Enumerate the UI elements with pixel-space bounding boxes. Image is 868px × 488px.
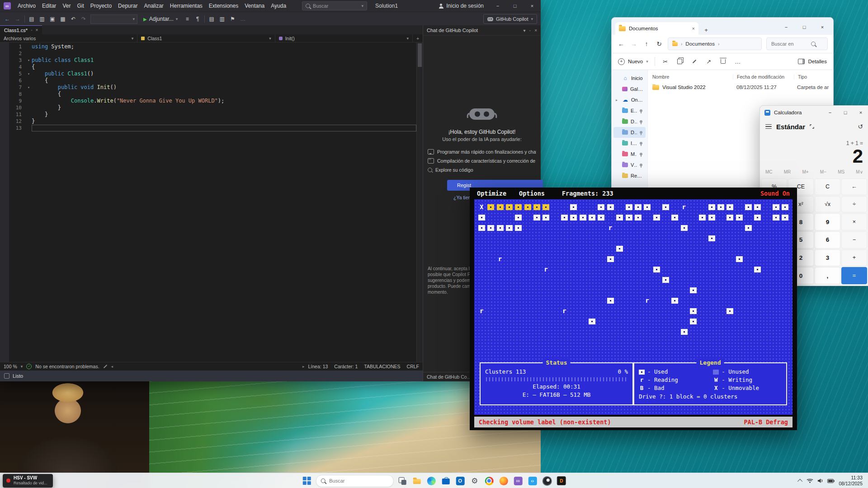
- save-all-icon[interactable]: ▦: [59, 15, 66, 23]
- add-icon[interactable]: +: [413, 36, 423, 41]
- store-icon[interactable]: [440, 475, 451, 487]
- hscroll-right-icon[interactable]: ▸: [302, 364, 305, 369]
- menu-git[interactable]: Git: [74, 0, 87, 12]
- sidebar-item-musica[interactable]: Música: [613, 149, 646, 160]
- obs-icon[interactable]: [541, 475, 552, 487]
- code-text[interactable]: using System;: [32, 43, 416, 50]
- explorer-tab[interactable]: Documentos ×: [615, 22, 698, 35]
- hot-reload-icon[interactable]: ≡: [184, 15, 191, 23]
- calculator-mode[interactable]: Estándar: [776, 123, 805, 131]
- maximize-button[interactable]: □: [795, 24, 813, 30]
- sidebar-item-descargas[interactable]: Descargas: [613, 116, 646, 127]
- editor-scrollbar[interactable]: [416, 42, 423, 362]
- step-into-icon[interactable]: ¶: [194, 15, 201, 23]
- calc-key-c[interactable]: C: [815, 178, 840, 195]
- comment-icon[interactable]: ▥: [218, 15, 226, 23]
- undo-icon[interactable]: ↶: [70, 15, 77, 23]
- menu-ventana[interactable]: Ventana: [241, 0, 268, 12]
- calc-key-item[interactable]: ←: [841, 178, 867, 195]
- memory-mr[interactable]: MR: [784, 169, 791, 174]
- menu-extensiones[interactable]: Extensiones: [206, 0, 241, 12]
- close-button[interactable]: ×: [813, 24, 831, 30]
- up-icon[interactable]: ↑: [642, 40, 651, 47]
- save-icon[interactable]: ▣: [49, 15, 56, 23]
- vs-search-box[interactable]: Buscar ▾: [302, 1, 367, 10]
- menu-archivo[interactable]: Archivo: [14, 0, 39, 12]
- attach-button[interactable]: ▶ Adjuntar... ▾: [141, 16, 180, 22]
- zoom-level[interactable]: 100 %: [4, 364, 17, 369]
- volume-icon[interactable]: [817, 478, 823, 483]
- sound-toggle[interactable]: Sound On: [760, 190, 790, 197]
- wifi-icon[interactable]: [807, 478, 813, 483]
- sidebar-item-onedrive[interactable]: ▸☁OneDrive: [613, 94, 646, 105]
- chevron-right-icon[interactable]: ▸: [616, 98, 619, 102]
- menu-optimize[interactable]: Optimize: [477, 190, 506, 197]
- history-icon[interactable]: ↺: [858, 123, 863, 130]
- close-icon[interactable]: ×: [534, 28, 537, 33]
- taskbar-search[interactable]: [316, 475, 393, 487]
- notification-toast[interactable]: HSV - SVW Resaltado de vid...: [3, 474, 53, 488]
- explorer-icon[interactable]: [411, 475, 422, 487]
- copilot-badge[interactable]: GitHub Copilot ▾: [483, 14, 537, 24]
- memory-mc[interactable]: MC: [765, 169, 773, 174]
- vscode-icon[interactable]: [527, 475, 538, 487]
- minimize-button[interactable]: −: [489, 0, 506, 12]
- explorer-search-box[interactable]: [766, 38, 828, 50]
- menu-icon[interactable]: [765, 124, 772, 129]
- maximize-button[interactable]: □: [838, 106, 853, 119]
- hscroll-left-icon[interactable]: ◂: [111, 364, 113, 369]
- calc-key-6[interactable]: 6: [815, 231, 840, 249]
- configuration-dropdown[interactable]: ▾: [90, 14, 137, 24]
- code-editor[interactable]: 1using System;23▾public class Class14{5▾…: [0, 42, 423, 362]
- more-options-icon[interactable]: …: [734, 58, 742, 65]
- close-button[interactable]: ×: [853, 106, 868, 119]
- visual-studio-icon[interactable]: [512, 475, 524, 487]
- search-input[interactable]: [328, 478, 373, 484]
- fold-marker-icon[interactable]: ▾: [26, 70, 32, 77]
- memory-ms[interactable]: MS: [838, 169, 844, 174]
- open-file-icon[interactable]: ▥: [38, 15, 46, 23]
- calc-key-item[interactable]: +: [841, 249, 867, 267]
- code-text[interactable]: }: [32, 118, 416, 125]
- share-icon[interactable]: ↗: [705, 58, 713, 65]
- problems-status[interactable]: No se encontraron problemas.: [35, 364, 99, 369]
- copy-icon[interactable]: [676, 59, 684, 64]
- menu-herramientas[interactable]: Herramientas: [167, 0, 206, 12]
- menu-proyecto[interactable]: Proyecto: [87, 0, 115, 12]
- firefox-icon[interactable]: [498, 475, 509, 487]
- code-text[interactable]: {: [32, 64, 416, 70]
- calc-key-3[interactable]: 3: [815, 249, 840, 267]
- new-button[interactable]: + Nuevo ▾: [618, 58, 648, 65]
- start-button[interactable]: [301, 475, 313, 487]
- keep-on-top-icon[interactable]: [810, 124, 814, 129]
- sidebar-item-galeria[interactable]: Galería: [613, 84, 646, 94]
- forward-icon[interactable]: →: [630, 40, 638, 47]
- code-text[interactable]: [32, 50, 416, 57]
- code-text[interactable]: {: [32, 91, 416, 98]
- code-text[interactable]: public void Init(): [32, 84, 416, 91]
- fold-marker-icon[interactable]: ▾: [26, 57, 32, 64]
- maximize-button[interactable]: □: [506, 0, 524, 12]
- back-icon[interactable]: ←: [617, 40, 625, 47]
- task-view-icon[interactable]: [396, 475, 408, 487]
- code-text[interactable]: }: [32, 111, 416, 118]
- menu-ayuda[interactable]: Ayuda: [268, 0, 289, 12]
- tab-class1-cs[interactable]: Class1.cs* ◦ ×: [0, 25, 42, 34]
- menu-editar[interactable]: Editar: [39, 0, 59, 12]
- details-button[interactable]: Detalles: [798, 59, 827, 64]
- rename-icon[interactable]: [690, 61, 698, 62]
- dosbox-icon[interactable]: [556, 475, 567, 487]
- new-file-icon[interactable]: ▤: [28, 15, 35, 23]
- calc-key-item[interactable]: −: [841, 231, 867, 249]
- breadcrumb-member[interactable]: Init() ▾: [275, 34, 413, 42]
- navigate-forward-icon[interactable]: →: [14, 15, 21, 23]
- address-bar[interactable]: › Documentos ›: [668, 38, 762, 50]
- menu-depurar[interactable]: Depurar: [115, 0, 141, 12]
- refresh-icon[interactable]: ↻: [655, 40, 663, 47]
- sidebar-item-videos[interactable]: Vídeos: [613, 160, 646, 170]
- bookmark-icon[interactable]: ⚑: [229, 15, 236, 23]
- pin-icon[interactable]: ◦: [529, 28, 531, 33]
- hidden-icons-chevron[interactable]: [797, 479, 802, 484]
- column-type[interactable]: Tipo: [798, 74, 830, 80]
- memory-m[interactable]: M∨: [856, 169, 863, 174]
